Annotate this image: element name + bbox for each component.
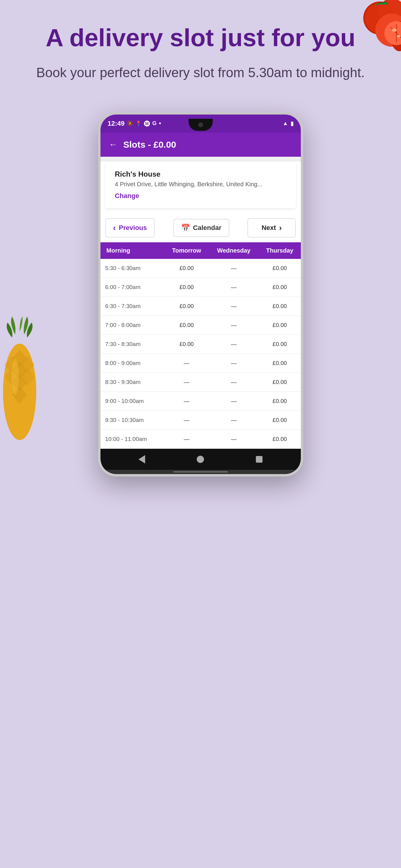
notification-icon: 🔕 <box>127 121 133 126</box>
slot-wednesday[interactable]: — <box>209 335 259 353</box>
slot-wednesday[interactable]: — <box>209 353 259 373</box>
phone-frame: 12:49 🔕 📍 M G • ▲ ▮ ← Slots - £0.00 Rich… <box>98 112 303 476</box>
google-icon: G <box>152 120 156 127</box>
slot-time: 7:00 - 8:00am <box>101 315 165 335</box>
table-row[interactable]: 9:30 - 10:30am——£0.00 <box>101 410 301 430</box>
slot-tomorrow[interactable]: — <box>165 430 209 448</box>
col-wednesday: Wednesday <box>209 242 259 259</box>
hero-section: A delivery slot just for you Book your p… <box>0 0 401 100</box>
calendar-icon: 📅 <box>181 224 190 232</box>
calendar-button[interactable]: 📅 Calendar <box>173 219 229 237</box>
camera-dot <box>198 122 203 127</box>
phone-wrapper: 12:49 🔕 📍 M G • ▲ ▮ ← Slots - £0.00 Rich… <box>0 100 401 501</box>
col-tomorrow: Tomorrow <box>165 242 209 259</box>
phone-bottom-bar <box>101 449 301 470</box>
chevron-left-icon <box>113 223 116 233</box>
table-row[interactable]: 5:30 - 6:30am£0.00—£0.00 <box>101 259 301 278</box>
col-thursday: Thursday <box>259 242 301 259</box>
table-row[interactable]: 10:00 - 11:00am——£0.00 <box>101 430 301 448</box>
slot-time: 6:00 - 7:00am <box>101 278 165 297</box>
slot-tomorrow[interactable]: — <box>165 353 209 373</box>
slot-thursday[interactable]: £0.00 <box>259 410 301 430</box>
slots-table: Morning Tomorrow Wednesday Thursday 5:30… <box>101 242 301 449</box>
slot-time: 6:30 - 7:30am <box>101 297 165 315</box>
motorola-icon: M <box>144 121 150 127</box>
chevron-right-icon <box>279 223 282 233</box>
slot-thursday[interactable]: £0.00 <box>259 430 301 448</box>
nav-row: Previous 📅 Calendar Next <box>101 213 301 238</box>
slot-time: 5:30 - 6:30am <box>101 259 165 278</box>
slot-thursday[interactable]: £0.00 <box>259 353 301 373</box>
slot-thursday[interactable]: £0.00 <box>259 392 301 410</box>
slot-tomorrow[interactable]: — <box>165 410 209 430</box>
location-icon: 📍 <box>136 121 142 126</box>
table-row[interactable]: 7:00 - 8:00am£0.00—£0.00 <box>101 315 301 335</box>
battery-icon: ▮ <box>291 120 294 127</box>
table-row[interactable]: 8:30 - 9:30am——£0.00 <box>101 373 301 392</box>
slot-time: 9:30 - 10:30am <box>101 410 165 430</box>
slot-wednesday[interactable]: — <box>209 410 259 430</box>
table-row[interactable]: 7:30 - 8:30am£0.00—£0.00 <box>101 335 301 353</box>
wifi-icon: ▲ <box>283 120 288 127</box>
table-row[interactable]: 6:30 - 7:30am£0.00—£0.00 <box>101 297 301 315</box>
slot-wednesday[interactable]: — <box>209 259 259 278</box>
slot-tomorrow[interactable]: — <box>165 392 209 410</box>
slot-wednesday[interactable]: — <box>209 278 259 297</box>
slot-time: 8:30 - 9:30am <box>101 373 165 392</box>
address-detail: 4 Privet Drive, Little Whinging, Berkshi… <box>115 181 286 188</box>
signal-dot: • <box>159 120 161 127</box>
slot-tomorrow[interactable]: £0.00 <box>165 259 209 278</box>
hero-title: A delivery slot just for you <box>30 24 371 51</box>
status-time: 12:49 <box>108 120 124 127</box>
previous-button[interactable]: Previous <box>105 218 155 238</box>
slot-thursday[interactable]: £0.00 <box>259 278 301 297</box>
slot-tomorrow[interactable]: £0.00 <box>165 297 209 315</box>
address-name: Rich's House <box>115 170 286 179</box>
slot-tomorrow[interactable]: £0.00 <box>165 315 209 335</box>
slot-time: 8:00 - 9:00am <box>101 353 165 373</box>
slot-thursday[interactable]: £0.00 <box>259 259 301 278</box>
slot-wednesday[interactable]: — <box>209 297 259 315</box>
slot-time: 9:00 - 10:00am <box>101 392 165 410</box>
home-indicator <box>101 470 301 474</box>
hero-subtitle: Book your perfect delivery slot from 5.3… <box>30 63 371 82</box>
back-triangle-icon <box>139 455 145 464</box>
status-left: 12:49 🔕 📍 M G • <box>108 120 161 127</box>
home-circle-icon <box>197 456 204 463</box>
slot-tomorrow[interactable]: £0.00 <box>165 335 209 353</box>
table-row[interactable]: 8:00 - 9:00am——£0.00 <box>101 353 301 373</box>
slot-time: 10:00 - 11:00am <box>101 430 165 448</box>
slot-wednesday[interactable]: — <box>209 430 259 448</box>
recents-square-icon <box>256 456 262 463</box>
status-right: ▲ ▮ <box>283 120 294 127</box>
home-nav-control[interactable] <box>196 455 205 464</box>
slot-tomorrow[interactable]: £0.00 <box>165 278 209 297</box>
camera-notch <box>189 119 213 131</box>
slot-thursday[interactable]: £0.00 <box>259 315 301 335</box>
change-address-link[interactable]: Change <box>115 192 139 199</box>
home-bar <box>173 471 228 472</box>
slot-wednesday[interactable]: — <box>209 315 259 335</box>
slot-wednesday[interactable]: — <box>209 392 259 410</box>
slot-thursday[interactable]: £0.00 <box>259 335 301 353</box>
address-card: Rich's House 4 Privet Drive, Little Whin… <box>105 161 296 209</box>
slot-time: 7:30 - 8:30am <box>101 335 165 353</box>
slot-tomorrow[interactable]: — <box>165 373 209 392</box>
recents-nav-control[interactable] <box>255 455 264 464</box>
app-header: ← Slots - £0.00 <box>101 133 301 157</box>
slot-thursday[interactable]: £0.00 <box>259 373 301 392</box>
slot-thursday[interactable]: £0.00 <box>259 297 301 315</box>
slot-wednesday[interactable]: — <box>209 373 259 392</box>
col-morning: Morning <box>101 242 165 259</box>
table-row[interactable]: 9:00 - 10:00am——£0.00 <box>101 392 301 410</box>
back-button[interactable]: ← <box>109 140 117 150</box>
app-content: Rich's House 4 Privet Drive, Little Whin… <box>101 161 301 449</box>
back-nav-control[interactable] <box>137 455 146 464</box>
table-row[interactable]: 6:00 - 7:00am£0.00—£0.00 <box>101 278 301 297</box>
header-title: Slots - £0.00 <box>123 140 176 150</box>
next-button[interactable]: Next <box>248 218 296 238</box>
